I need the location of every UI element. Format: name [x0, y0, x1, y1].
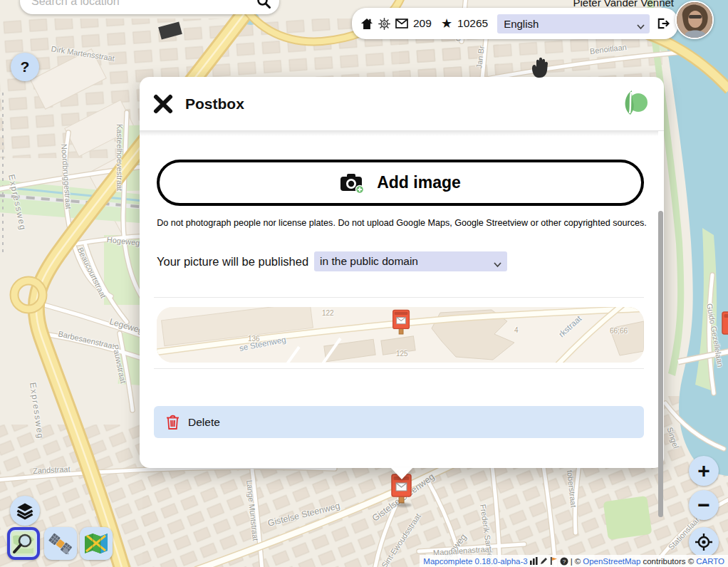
street-label: se Steenweg: [239, 335, 287, 352]
image-license-note: Do not photograph people nor license pla…: [156, 214, 648, 233]
street-label: 66;66: [610, 327, 628, 335]
hand-cursor-icon: [530, 57, 548, 81]
flag-icon[interactable]: [550, 557, 558, 565]
folded-map-icon: [83, 531, 109, 556]
street-label: Sint-Ewoudsstraat: [380, 512, 422, 567]
search-icon[interactable]: [256, 0, 271, 9]
attrib-copyright: ©: [575, 557, 581, 566]
street-label: rkstraat: [557, 314, 583, 339]
street-label: Singel: [665, 426, 680, 449]
home-icon[interactable]: [360, 18, 373, 30]
search-bar[interactable]: [20, 0, 279, 14]
street-label: Lange Muntstraat: [245, 479, 260, 541]
street-label: 4: [514, 326, 519, 334]
postbox-marker-edge[interactable]: [721, 309, 728, 348]
user-avatar[interactable]: [675, 1, 714, 39]
edit-icon[interactable]: [540, 557, 548, 565]
delete-button[interactable]: Delete: [154, 406, 644, 438]
street-label: 125: [396, 350, 408, 358]
geolocate-icon: [695, 533, 713, 551]
street-label: Expressweg: [6, 174, 28, 232]
mapcomplete-app: { "search": { "placeholder": "Search a l…: [0, 0, 728, 567]
trash-icon: [166, 415, 180, 430]
license-select[interactable]: in the public domain: [314, 251, 507, 271]
camera-icon: [340, 172, 365, 194]
chevron-down-icon: [637, 20, 645, 32]
delete-label: Delete: [188, 416, 220, 429]
add-image-label: Add image: [377, 173, 461, 192]
language-select[interactable]: English: [497, 14, 650, 33]
search-input[interactable]: [30, 0, 256, 9]
scrollbar-thumb[interactable]: [658, 211, 663, 517]
street-label: 122: [322, 309, 334, 317]
logout-icon[interactable]: [656, 17, 670, 30]
street-label: Dirk Martensstraat: [51, 44, 115, 63]
satellite-icon: [48, 531, 73, 556]
license-prefix: Your picture will be published: [157, 255, 308, 269]
street-label: Benoitlaan: [589, 43, 627, 56]
street-label: Barbesaenstraat: [58, 329, 115, 350]
street-label: Pauwstraat: [111, 344, 128, 384]
user-panel: 209 ★ 10265 English: [352, 8, 678, 39]
layers-icon: [16, 501, 34, 520]
modal-pointer: [390, 467, 413, 479]
attrib-separator: |: [571, 557, 573, 566]
feature-popup: Postbox Add image Do not photograph peop…: [140, 77, 664, 468]
background-aerial-button[interactable]: [44, 527, 77, 560]
svg-text:?: ?: [562, 558, 566, 564]
background-map-button[interactable]: [80, 527, 113, 560]
osm-map-icon: [11, 531, 36, 556]
street-label: Expressweg: [28, 382, 46, 440]
zoom-in-button[interactable]: +: [689, 456, 719, 486]
carto-link[interactable]: CARTO: [696, 557, 724, 566]
language-value: English: [504, 18, 539, 30]
help-label: ?: [21, 58, 30, 76]
background-osm-button[interactable]: [7, 527, 40, 560]
chevron-down-icon: [494, 258, 501, 271]
user-name: Pieter Vander Vennet: [573, 0, 675, 9]
street-label: toberstraat: [566, 469, 578, 508]
street-label: Noordbruggestraat: [60, 144, 73, 209]
add-image-button[interactable]: Add image: [157, 160, 644, 206]
street-label: Hogeweg: [106, 235, 140, 247]
street-label: Beaucourtstraat: [76, 246, 108, 299]
close-icon[interactable]: [152, 93, 174, 115]
settings-gear-icon[interactable]: [378, 18, 390, 30]
messages-icon[interactable]: [395, 19, 408, 28]
divider: [154, 368, 644, 369]
zoom-out-button[interactable]: −: [689, 490, 719, 520]
changeset-count: 10265: [457, 17, 488, 30]
modal-scrollbar[interactable]: [658, 134, 664, 462]
attribution-bar: Mapcomplete 0.18.0-alpha-3 ? | © OpenStr…: [420, 555, 728, 567]
geolocate-button[interactable]: [689, 527, 719, 557]
mapcomplete-logo-icon: [621, 89, 648, 119]
help-circle-icon[interactable]: ?: [560, 557, 568, 566]
feature-minimap[interactable]: 122136125466;66se Steenwegrkstraat: [157, 307, 644, 363]
popup-title: Postbox: [185, 95, 244, 113]
license-value: in the public domain: [320, 255, 418, 268]
mapcomplete-version-link[interactable]: Mapcomplete 0.18.0-alpha-3: [423, 557, 527, 566]
help-button[interactable]: ?: [11, 53, 39, 81]
street-label: Kasteelhoevestraat: [115, 124, 124, 191]
street-label: Jan Br: [474, 46, 486, 69]
street-label: Zandstraat: [33, 464, 71, 475]
star-icon: ★: [441, 17, 452, 30]
attrib-middle: contributors ©: [643, 557, 694, 566]
layers-button[interactable]: [10, 496, 40, 526]
scroll-shadow: [140, 131, 658, 136]
street-label: Gistelse Steenweg: [266, 501, 341, 529]
popup-header: Postbox: [140, 77, 664, 130]
minimap-postbox-marker: [392, 307, 411, 341]
messages-count: 209: [413, 17, 432, 30]
osm-link[interactable]: OpenStreetMap: [583, 557, 640, 566]
publish-row: Your picture will be published in the pu…: [157, 251, 507, 271]
stats-icon[interactable]: [530, 557, 538, 565]
divider: [154, 297, 644, 298]
